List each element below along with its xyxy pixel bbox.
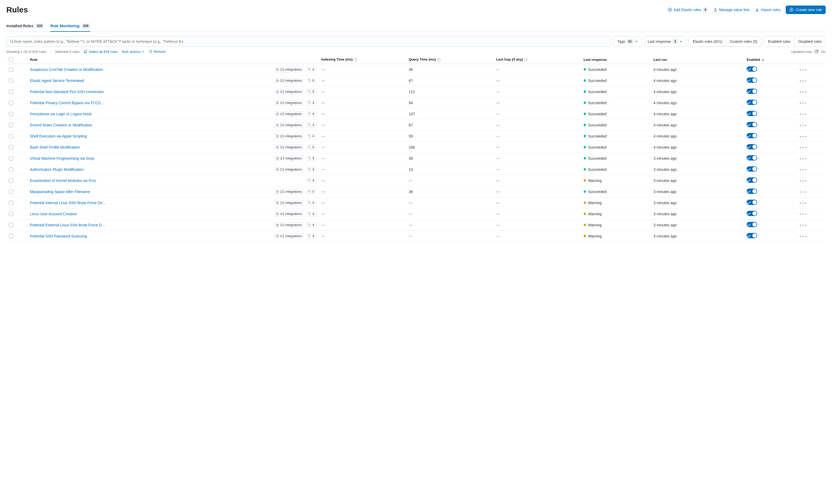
- info-icon[interactable]: ?: [354, 58, 357, 62]
- rule-name-link[interactable]: Emond Rules Creation or Modification: [30, 123, 92, 127]
- rule-name-link[interactable]: Potential Non-Standard Port SSH connecti…: [30, 90, 104, 94]
- refresh-button[interactable]: Refresh: [149, 50, 166, 54]
- row-actions-button[interactable]: ∘∘∘: [799, 201, 807, 205]
- add-elastic-rules-button[interactable]: Add Elastic rules 9: [668, 7, 708, 12]
- rule-name-link[interactable]: Suspicious CronTab Creation or Modificat…: [30, 68, 103, 72]
- tags-filter[interactable]: Tags 61: [614, 36, 642, 47]
- disabled-rules-filter[interactable]: Disabled rules: [794, 36, 825, 47]
- tags-badge[interactable]: 5: [306, 156, 316, 161]
- info-icon[interactable]: ?: [524, 58, 528, 62]
- row-checkbox[interactable]: [9, 156, 13, 160]
- enabled-toggle[interactable]: [747, 111, 757, 116]
- tags-badge[interactable]: 4: [306, 178, 316, 183]
- row-checkbox[interactable]: [9, 212, 13, 216]
- enabled-toggle[interactable]: [747, 211, 757, 216]
- enabled-toggle[interactable]: [747, 67, 757, 72]
- tags-badge[interactable]: 4: [306, 134, 316, 139]
- enabled-toggle[interactable]: [747, 166, 757, 171]
- col-query-header[interactable]: Query Time (ms): [409, 57, 436, 61]
- tags-badge[interactable]: 4: [306, 167, 316, 172]
- row-actions-button[interactable]: ∘∘∘: [799, 190, 807, 194]
- rule-name-link[interactable]: Bash Shell Profile Modification: [30, 145, 80, 150]
- row-checkbox[interactable]: [9, 123, 13, 127]
- tags-badge[interactable]: 4: [306, 111, 316, 116]
- row-checkbox[interactable]: [9, 68, 13, 72]
- search-input[interactable]: [14, 39, 608, 44]
- tags-badge[interactable]: 4: [306, 200, 316, 206]
- tags-badge[interactable]: 4: [306, 100, 316, 106]
- enabled-toggle[interactable]: [747, 133, 757, 138]
- elastic-rules-filter[interactable]: Elastic rules (821): [689, 36, 726, 47]
- col-gap-header[interactable]: Last Gap (if any): [496, 57, 523, 61]
- row-actions-button[interactable]: ∘∘∘: [799, 167, 807, 171]
- row-checkbox[interactable]: [9, 190, 13, 194]
- create-new-rule-button[interactable]: Create new rule: [786, 5, 826, 14]
- enabled-toggle[interactable]: [747, 233, 757, 238]
- search-input-wrapper[interactable]: [6, 36, 611, 47]
- col-rule-header[interactable]: Rule: [30, 58, 37, 62]
- rule-name-link[interactable]: Potential Internal Linux SSH Brute Force…: [30, 201, 107, 205]
- rule-name-link[interactable]: Shell Execution via Apple Scripting: [30, 134, 87, 138]
- row-checkbox[interactable]: [9, 101, 13, 105]
- enabled-toggle[interactable]: [747, 122, 757, 127]
- import-rules-button[interactable]: Import rules: [755, 8, 780, 12]
- row-checkbox[interactable]: [9, 145, 13, 150]
- row-checkbox[interactable]: [9, 167, 13, 171]
- row-checkbox[interactable]: [9, 112, 13, 116]
- row-actions-button[interactable]: ∘∘∘: [799, 68, 807, 72]
- tags-badge[interactable]: 4: [306, 211, 316, 217]
- row-checkbox[interactable]: [9, 201, 13, 205]
- col-indexing-header[interactable]: Indexing Time (ms): [321, 57, 353, 61]
- col-run-header[interactable]: Last run: [653, 58, 667, 62]
- row-actions-button[interactable]: ∘∘∘: [799, 234, 807, 238]
- tab-installed-rules[interactable]: Installed Rules 826: [6, 21, 44, 32]
- row-checkbox[interactable]: [9, 223, 13, 227]
- integrations-badge[interactable]: 1/1 integrations: [274, 134, 304, 139]
- row-actions-button[interactable]: ∘∘∘: [799, 90, 807, 94]
- integrations-badge[interactable]: 1/1 integrations: [274, 111, 304, 116]
- row-actions-button[interactable]: ∘∘∘: [799, 179, 807, 183]
- row-checkbox[interactable]: [9, 134, 13, 138]
- enabled-toggle[interactable]: [747, 178, 757, 183]
- tags-badge[interactable]: 5: [306, 89, 316, 95]
- custom-rules-filter[interactable]: Custom rules (5): [726, 36, 761, 47]
- tags-badge[interactable]: 4: [306, 67, 316, 72]
- rule-name-link[interactable]: Potential Privacy Control Bypass via TCC…: [30, 101, 107, 105]
- row-actions-button[interactable]: ∘∘∘: [799, 156, 807, 160]
- rule-name-link[interactable]: Potential SSH Password Guessing: [30, 234, 87, 238]
- enabled-toggle[interactable]: [747, 144, 757, 150]
- rule-name-link[interactable]: Persistence via Login or Logout Hook: [30, 112, 92, 116]
- enabled-toggle[interactable]: [747, 200, 757, 205]
- tags-badge[interactable]: 5: [306, 189, 316, 194]
- row-actions-button[interactable]: ∘∘∘: [799, 134, 807, 138]
- tab-rule-monitoring[interactable]: Rule Monitoring 826: [50, 21, 90, 32]
- last-response-filter[interactable]: Last response 3: [644, 36, 686, 47]
- manage-value-lists-button[interactable]: Manage value lists: [713, 8, 750, 12]
- enabled-toggle[interactable]: [747, 189, 757, 194]
- rule-name-link[interactable]: Linux User Account Creation: [30, 212, 77, 216]
- integrations-badge[interactable]: 1/1 integrations: [274, 167, 304, 172]
- integrations-badge[interactable]: 1/1 integrations: [274, 144, 304, 150]
- row-actions-button[interactable]: ∘∘∘: [799, 223, 807, 227]
- row-checkbox[interactable]: [9, 79, 13, 83]
- col-response-header[interactable]: Last response: [584, 58, 607, 62]
- tags-badge[interactable]: 6: [306, 78, 316, 83]
- row-actions-button[interactable]: ∘∘∘: [799, 79, 807, 83]
- row-checkbox[interactable]: [9, 90, 13, 94]
- integrations-badge[interactable]: 1/1 integrations: [274, 89, 304, 95]
- row-actions-button[interactable]: ∘∘∘: [799, 145, 807, 150]
- enabled-toggle[interactable]: [747, 78, 757, 83]
- select-all-button[interactable]: Select all 826 rules: [84, 50, 118, 54]
- bulk-actions-button[interactable]: Bulk actions: [122, 50, 145, 54]
- enabled-toggle[interactable]: [747, 88, 757, 94]
- enabled-toggle[interactable]: [747, 222, 757, 227]
- integrations-badge[interactable]: 1/1 integrations: [274, 67, 304, 72]
- rule-name-link[interactable]: Masquerading Space After Filename: [30, 190, 90, 194]
- rule-name-link[interactable]: Potential External Linux SSH Brute Force…: [30, 223, 107, 227]
- integrations-badge[interactable]: 1/1 integrations: [274, 123, 304, 128]
- tags-badge[interactable]: 4: [306, 123, 316, 128]
- row-checkbox[interactable]: [9, 234, 13, 238]
- row-actions-button[interactable]: ∘∘∘: [799, 101, 807, 105]
- info-icon[interactable]: ?: [437, 58, 441, 62]
- row-actions-button[interactable]: ∘∘∘: [799, 112, 807, 116]
